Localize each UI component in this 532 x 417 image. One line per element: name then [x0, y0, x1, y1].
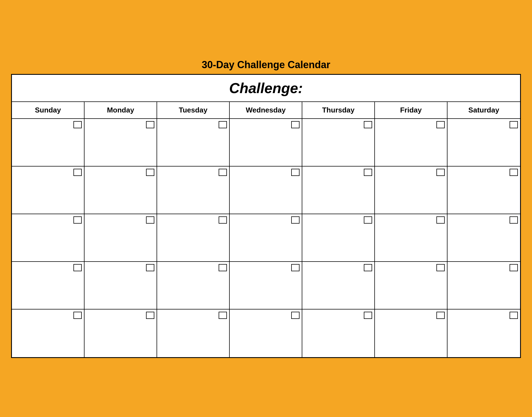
calendar-cell-w2d7[interactable] [447, 167, 520, 214]
cell-number-box [73, 264, 82, 271]
cell-number-box [146, 121, 154, 128]
calendar-cell-w2d6[interactable] [375, 167, 447, 214]
calendar-cell-w5d7[interactable] [447, 309, 520, 357]
calendar-cell-w4d5[interactable] [302, 262, 375, 309]
cell-number-box [436, 312, 445, 319]
day-header-friday: Friday [375, 102, 447, 118]
cell-number-box [219, 169, 227, 176]
calendar-week-1 [12, 119, 520, 167]
day-header-thursday: Thursday [302, 102, 375, 118]
cell-number-box [436, 264, 445, 271]
cell-number-box [364, 216, 372, 224]
cell-number-box [291, 312, 300, 319]
calendar-cell-w2d5[interactable] [302, 167, 375, 214]
days-header: Sunday Monday Tuesday Wednesday Thursday… [12, 102, 520, 119]
calendar-cell-w5d5[interactable] [302, 309, 375, 357]
cell-number-box [146, 312, 154, 319]
calendar-cell-w1d2[interactable] [85, 119, 157, 166]
cell-number-box [219, 121, 227, 128]
calendar-cell-w3d5[interactable] [302, 214, 375, 261]
cell-number-box [364, 312, 372, 319]
calendar-cell-w2d1[interactable] [12, 167, 85, 214]
cell-number-box [364, 121, 372, 128]
calendar-cell-w4d1[interactable] [12, 262, 85, 309]
calendar-cell-w3d4[interactable] [230, 214, 302, 261]
cell-number-box [436, 216, 445, 224]
day-header-sunday: Sunday [12, 102, 85, 118]
calendar-cell-w1d6[interactable] [375, 119, 447, 166]
calendar-cell-w5d3[interactable] [157, 309, 230, 357]
cell-number-box [510, 264, 518, 271]
calendar-week-3 [12, 214, 520, 262]
cell-number-box [510, 312, 518, 319]
cell-number-box [364, 264, 372, 271]
calendar-week-2 [12, 167, 520, 214]
page-title: 30-Day Challenge Calendar [202, 59, 330, 71]
calendar-cell-w5d6[interactable] [375, 309, 447, 357]
day-header-tuesday: Tuesday [157, 102, 230, 118]
calendar-cell-w4d7[interactable] [447, 262, 520, 309]
calendar-week-4 [12, 262, 520, 309]
cell-number-box [510, 169, 518, 176]
challenge-title: Challenge: [229, 80, 303, 96]
calendar-cell-w2d2[interactable] [85, 167, 157, 214]
day-header-wednesday: Wednesday [230, 102, 302, 118]
calendar-cell-w2d3[interactable] [157, 167, 230, 214]
calendar-cell-w1d4[interactable] [230, 119, 302, 166]
cell-number-box [291, 264, 300, 271]
calendar-week-5 [12, 309, 520, 357]
calendar-cell-w1d7[interactable] [447, 119, 520, 166]
day-header-monday: Monday [85, 102, 157, 118]
cell-number-box [436, 169, 445, 176]
cell-number-box [436, 121, 445, 128]
cell-number-box [219, 264, 227, 271]
calendar-cell-w3d2[interactable] [85, 214, 157, 261]
calendar-cell-w5d4[interactable] [230, 309, 302, 357]
cell-number-box [219, 216, 227, 224]
cell-number-box [219, 312, 227, 319]
calendar-cell-w1d1[interactable] [12, 119, 85, 166]
cell-number-box [146, 216, 154, 224]
day-header-saturday: Saturday [447, 102, 520, 118]
calendar-grid [12, 119, 520, 357]
cell-number-box [291, 121, 300, 128]
calendar-cell-w1d5[interactable] [302, 119, 375, 166]
challenge-header: Challenge: [12, 75, 520, 102]
calendar-cell-w1d3[interactable] [157, 119, 230, 166]
cell-number-box [73, 169, 82, 176]
cell-number-box [146, 169, 154, 176]
calendar-cell-w4d2[interactable] [85, 262, 157, 309]
calendar-cell-w2d4[interactable] [230, 167, 302, 214]
cell-number-box [146, 264, 154, 271]
calendar-cell-w3d1[interactable] [12, 214, 85, 261]
cell-number-box [73, 216, 82, 224]
cell-number-box [73, 121, 82, 128]
cell-number-box [510, 121, 518, 128]
calendar-cell-w3d6[interactable] [375, 214, 447, 261]
cell-number-box [291, 216, 300, 224]
calendar-cell-w4d4[interactable] [230, 262, 302, 309]
calendar-cell-w3d7[interactable] [447, 214, 520, 261]
cell-number-box [73, 312, 82, 319]
calendar-cell-w5d1[interactable] [12, 309, 85, 357]
calendar-container: Challenge: Sunday Monday Tuesday Wednesd… [11, 74, 521, 358]
page-wrapper: 30-Day Challenge Calendar Challenge: Sun… [6, 6, 526, 411]
cell-number-box [291, 169, 300, 176]
calendar-cell-w4d3[interactable] [157, 262, 230, 309]
cell-number-box [510, 216, 518, 224]
calendar-cell-w4d6[interactable] [375, 262, 447, 309]
calendar-cell-w3d3[interactable] [157, 214, 230, 261]
cell-number-box [364, 169, 372, 176]
calendar-cell-w5d2[interactable] [85, 309, 157, 357]
